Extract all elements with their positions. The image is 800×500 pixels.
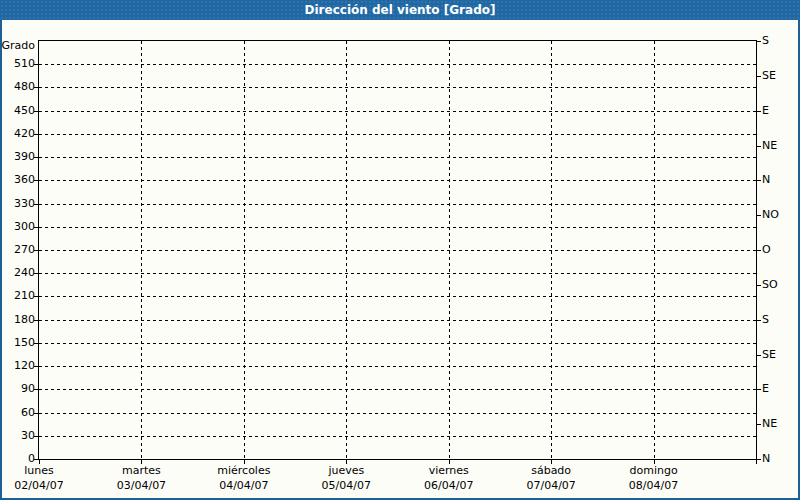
day-date: 06/04/07	[397, 478, 501, 493]
right-axis-tick	[756, 285, 761, 286]
plot-area	[38, 40, 757, 460]
day-name: jueves	[294, 463, 398, 478]
right-axis-tick	[756, 424, 761, 425]
day-date: 03/04/07	[89, 478, 193, 493]
right-tick-label: NE	[762, 417, 777, 430]
y-tick-label: 240	[1, 266, 35, 279]
day-label: sábado07/04/07	[499, 463, 603, 493]
y-tick-label: 450	[1, 104, 35, 117]
day-name: martes	[89, 463, 193, 478]
chart-window: Dirección del viento [Grado] Grado 03060…	[0, 0, 800, 500]
x-gridline	[346, 41, 347, 459]
y-gridline	[39, 296, 756, 297]
x-gridline	[244, 41, 245, 459]
x-gridline	[654, 41, 655, 459]
right-tick-label: N	[762, 173, 770, 186]
right-tick-label: NO	[762, 208, 779, 221]
day-date: 02/04/07	[0, 478, 91, 493]
day-label: viernes06/04/07	[397, 463, 501, 493]
x-gridline	[449, 41, 450, 459]
right-tick-label: SE	[762, 348, 776, 361]
y-gridline	[39, 320, 756, 321]
right-axis-tick	[756, 389, 761, 390]
y-tick-label: 60	[1, 406, 35, 419]
right-axis-tick	[756, 76, 761, 77]
right-tick-label: NE	[762, 139, 777, 152]
right-axis-tick	[756, 320, 761, 321]
right-tick-label: S	[762, 34, 769, 47]
y-tick-label: 30	[1, 429, 35, 442]
y-tick-label: 360	[1, 173, 35, 186]
y-gridline	[39, 111, 756, 112]
y-tick-label: 510	[1, 57, 35, 70]
day-label: martes03/04/07	[89, 463, 193, 493]
right-tick-label: N	[762, 452, 770, 465]
y-tick-label: 150	[1, 336, 35, 349]
y-gridline	[39, 204, 756, 205]
day-date: 08/04/07	[602, 478, 706, 493]
y-tick-label: 90	[1, 382, 35, 395]
day-label: domingo08/04/07	[602, 463, 706, 493]
y-gridline	[39, 343, 756, 344]
day-label: jueves05/04/07	[294, 463, 398, 493]
y-tick-label: 180	[1, 313, 35, 326]
x-gridline	[141, 41, 142, 459]
x-axis-tick	[756, 459, 757, 464]
y-tick-label: 480	[1, 80, 35, 93]
y-gridline	[39, 413, 756, 414]
right-axis-tick	[756, 180, 761, 181]
y-gridline	[39, 273, 756, 274]
y-gridline	[39, 366, 756, 367]
day-date: 07/04/07	[499, 478, 603, 493]
y-gridline	[39, 227, 756, 228]
y-tick-label: 270	[1, 243, 35, 256]
right-axis-tick	[756, 41, 761, 42]
right-tick-label: SE	[762, 69, 776, 82]
right-tick-label: E	[762, 382, 769, 395]
right-axis-tick	[756, 355, 761, 356]
y-tick-label: 420	[1, 127, 35, 140]
right-axis-tick	[756, 146, 761, 147]
day-date: 05/04/07	[294, 478, 398, 493]
y-gridline	[39, 64, 756, 65]
y-gridline	[39, 134, 756, 135]
y-gridline	[39, 157, 756, 158]
day-label: lunes02/04/07	[0, 463, 91, 493]
day-name: lunes	[0, 463, 91, 478]
y-gridline	[39, 436, 756, 437]
y-gridline	[39, 389, 756, 390]
day-label: miércoles04/04/07	[192, 463, 296, 493]
y-axis-title: Grado	[1, 39, 35, 52]
y-gridline	[39, 87, 756, 88]
day-name: domingo	[602, 463, 706, 478]
right-axis-tick	[756, 250, 761, 251]
y-tick-label: 210	[1, 289, 35, 302]
y-tick-label: 300	[1, 220, 35, 233]
right-tick-label: O	[762, 243, 771, 256]
y-tick-label: 120	[1, 359, 35, 372]
y-tick-label: 330	[1, 197, 35, 210]
y-tick-label: 390	[1, 150, 35, 163]
right-tick-label: S	[762, 313, 769, 326]
chart-titlebar: Dirección del viento [Grado]	[0, 0, 800, 20]
x-gridline	[551, 41, 552, 459]
right-axis-tick	[756, 111, 761, 112]
day-name: sábado	[499, 463, 603, 478]
y-gridline	[39, 180, 756, 181]
right-tick-label: E	[762, 104, 769, 117]
right-axis-tick	[756, 215, 761, 216]
right-tick-label: SO	[762, 278, 778, 291]
y-gridline	[39, 250, 756, 251]
day-name: miércoles	[192, 463, 296, 478]
chart-title: Dirección del viento [Grado]	[305, 3, 496, 17]
day-date: 04/04/07	[192, 478, 296, 493]
day-name: viernes	[397, 463, 501, 478]
